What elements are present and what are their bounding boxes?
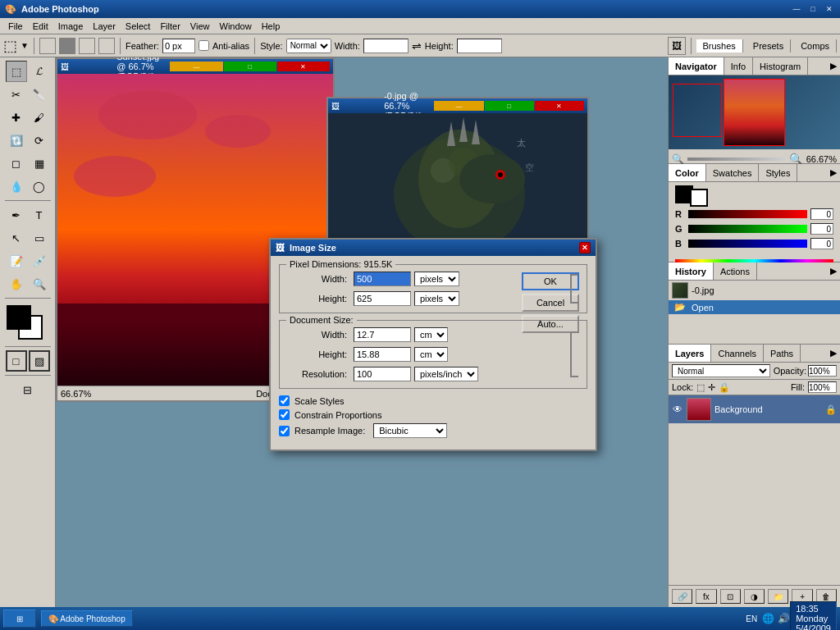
layer-fx-btn[interactable]: fx <box>696 589 716 604</box>
brush-tool-btn[interactable]: 🖌 <box>29 107 50 128</box>
resolution-unit[interactable]: pixels/inch <box>414 367 478 381</box>
scale-styles-checkbox[interactable] <box>279 395 290 406</box>
layer-link-btn[interactable]: 🔗 <box>672 589 692 604</box>
sunset-close-btn[interactable]: ✕ <box>277 62 330 71</box>
b-slider[interactable] <box>688 240 807 248</box>
shape-opt-icon[interactable] <box>79 38 95 54</box>
histogram-tab[interactable]: Histogram <box>753 57 808 75</box>
layers-tab[interactable]: Layers <box>669 345 711 362</box>
layer-adjustment-btn[interactable]: ◑ <box>744 589 765 604</box>
px-width-unit-select[interactable]: pixels <box>414 272 459 286</box>
height-input[interactable] <box>457 39 502 53</box>
dragon-minimize-btn[interactable]: — <box>434 101 483 111</box>
lasso-tool-btn[interactable]: 𝓛 <box>29 61 50 82</box>
px-width-input[interactable] <box>354 272 411 286</box>
history-brush-btn[interactable]: ⟳ <box>29 130 50 151</box>
comps-tab[interactable]: Comps <box>794 39 837 52</box>
healing-tool-btn[interactable]: ✚ <box>6 107 27 128</box>
color-swatches[interactable] <box>7 305 49 340</box>
navigator-tab[interactable]: Navigator <box>669 57 724 75</box>
start-button[interactable]: ⊞ <box>3 609 36 628</box>
shape-fill-icon[interactable] <box>59 38 75 54</box>
color-tab[interactable]: Color <box>669 164 706 181</box>
px-height-unit-select[interactable]: pixels <box>414 291 459 306</box>
sunset-maximize-btn[interactable]: □ <box>224 62 276 71</box>
px-height-input[interactable] <box>354 291 411 306</box>
menu-edit[interactable]: Edit <box>28 20 53 33</box>
color-options-btn[interactable]: ▶ <box>827 166 840 180</box>
width-input[interactable] <box>363 39 409 53</box>
doc-height-input[interactable] <box>354 347 411 362</box>
g-slider[interactable] <box>688 225 807 233</box>
lock-pixels-icon[interactable]: ⬚ <box>696 382 705 393</box>
opacity-input[interactable] <box>808 365 837 377</box>
menu-file[interactable]: File <box>3 20 28 33</box>
anti-alias-checkbox[interactable] <box>199 40 209 51</box>
presets-tab[interactable]: Presets <box>746 39 791 52</box>
gradient-tool-btn[interactable]: ▦ <box>29 153 50 174</box>
r-slider[interactable] <box>688 210 807 218</box>
history-item-file[interactable]: -0.jpg <box>669 281 840 300</box>
styles-tab[interactable]: Styles <box>759 164 797 181</box>
path-select-btn[interactable]: ↖ <box>6 227 27 249</box>
doc-height-unit[interactable]: cm <box>414 347 448 362</box>
dodge-tool-btn[interactable]: ◯ <box>29 176 50 197</box>
standard-mode-btn[interactable]: □ <box>6 350 27 372</box>
menu-window[interactable]: Window <box>215 20 257 33</box>
menu-filter[interactable]: Filter <box>155 20 185 33</box>
swatches-tab[interactable]: Swatches <box>706 164 760 181</box>
actions-tab[interactable]: Actions <box>714 262 757 280</box>
screen-mode-btn[interactable]: ⊟ <box>7 379 49 400</box>
background-layer[interactable]: 👁 Background 🔒 <box>669 395 840 423</box>
marquee-tool-icon[interactable]: ⬚ <box>3 37 17 55</box>
menu-help[interactable]: Help <box>257 20 285 33</box>
zoom-slider[interactable] <box>687 158 786 161</box>
hand-tool-btn[interactable]: ✋ <box>6 273 27 294</box>
shape-opt2-icon[interactable] <box>98 38 115 54</box>
eyedropper-btn[interactable]: 💉 <box>29 250 50 272</box>
layer-mask-btn[interactable]: ⊡ <box>720 589 741 604</box>
zoom-tool-btn[interactable]: 🔍 <box>29 273 50 294</box>
marquee-tool-btn[interactable]: ⬚ <box>6 61 27 82</box>
g-value-input[interactable] <box>810 223 833 235</box>
paths-tab[interactable]: Paths <box>764 345 801 362</box>
swap-icon[interactable]: ⇌ <box>412 39 422 52</box>
menu-image[interactable]: Image <box>53 20 89 33</box>
sunset-minimize-btn[interactable]: — <box>170 62 222 71</box>
dialog-close-btn[interactable]: ✕ <box>579 242 591 253</box>
notes-tool-btn[interactable]: 📝 <box>6 250 27 272</box>
quick-mask-icon[interactable]: 🖼 <box>668 37 686 55</box>
layers-options-btn[interactable]: ▶ <box>827 346 840 360</box>
resolution-input[interactable] <box>354 367 411 381</box>
menu-select[interactable]: Select <box>121 20 156 33</box>
eraser-tool-btn[interactable]: ◻ <box>6 153 27 174</box>
minimize-btn[interactable]: — <box>791 3 802 15</box>
close-btn[interactable]: ✕ <box>824 3 835 15</box>
layer-group-btn[interactable]: 📁 <box>768 589 788 604</box>
lock-all-icon[interactable]: 🔒 <box>719 382 730 393</box>
foreground-color-swatch[interactable] <box>7 305 31 330</box>
quick-mask-mode-btn[interactable]: ▨ <box>29 350 50 372</box>
brushes-tab[interactable]: Brushes <box>696 39 743 52</box>
constrain-proportions-checkbox[interactable] <box>279 409 290 420</box>
history-options-btn[interactable]: ▶ <box>827 264 840 278</box>
lock-position-icon[interactable]: ✛ <box>708 382 715 393</box>
pen-tool-btn[interactable]: ✒ <box>6 204 27 226</box>
blend-mode-select[interactable]: Normal <box>672 364 770 377</box>
style-select[interactable]: Normal <box>286 39 331 53</box>
resample-checkbox[interactable] <box>279 426 290 436</box>
color-bg-box[interactable] <box>690 189 708 207</box>
history-tab[interactable]: History <box>669 262 714 280</box>
maximize-btn[interactable]: □ <box>807 3 819 15</box>
dragon-maximize-btn[interactable]: □ <box>485 101 534 111</box>
b-value-input[interactable] <box>810 238 833 249</box>
clone-tool-btn[interactable]: 🔃 <box>6 130 27 151</box>
r-value-input[interactable] <box>810 208 833 220</box>
shape-rect-icon[interactable] <box>39 38 56 54</box>
shape-tool-btn[interactable]: ▭ <box>29 227 50 249</box>
history-item-open[interactable]: 📂 Open <box>669 300 840 314</box>
blur-tool-btn[interactable]: 💧 <box>6 176 27 197</box>
dragon-close-btn[interactable]: ✕ <box>535 101 584 111</box>
slice-tool-btn[interactable]: 🔪 <box>29 84 50 105</box>
zoom-out-icon[interactable]: 🔍 <box>672 153 684 165</box>
